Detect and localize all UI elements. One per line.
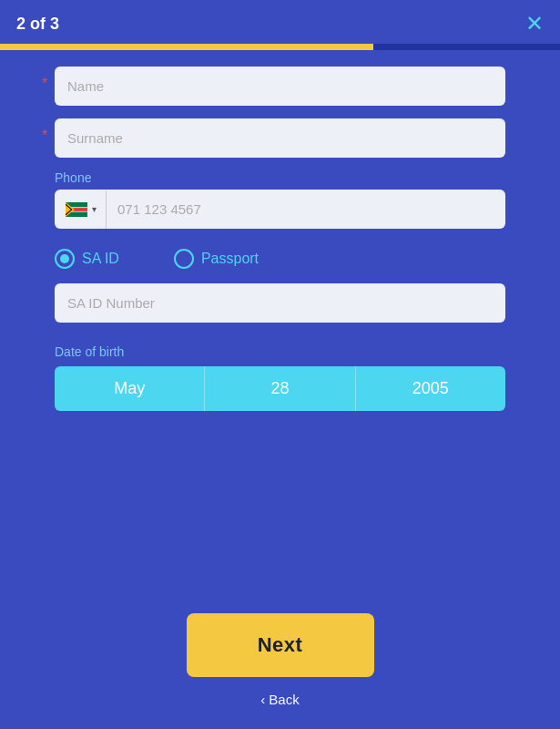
name-field-group: * <box>55 67 505 106</box>
surname-required-star: * <box>42 128 47 144</box>
dob-year[interactable]: 2005 <box>356 366 505 411</box>
surname-input[interactable] <box>55 118 505 158</box>
phone-row: ▾ <box>55 190 505 229</box>
progress-seg-2 <box>187 44 373 50</box>
close-button[interactable]: ✕ <box>525 13 544 35</box>
sa-id-label: SA ID <box>82 251 119 267</box>
dob-section: Date of birth May 28 2005 <box>55 335 505 411</box>
dob-label: Date of birth <box>55 344 505 359</box>
progress-seg-3 <box>373 44 560 50</box>
id-number-field-group <box>55 283 505 323</box>
back-button[interactable]: ‹ Back <box>260 692 299 707</box>
id-number-input[interactable] <box>55 283 505 323</box>
progress-seg-1 <box>0 44 187 50</box>
dob-month[interactable]: May <box>55 366 205 411</box>
back-label: Back <box>269 692 299 707</box>
header: 2 of 3 ✕ <box>0 0 560 35</box>
sa-flag-icon <box>66 202 87 217</box>
passport-radio-option[interactable]: Passport <box>174 249 259 269</box>
form-area: * * Phone <box>0 50 560 597</box>
country-code-button[interactable]: ▾ <box>55 190 107 229</box>
sa-id-radio-button[interactable] <box>55 249 75 269</box>
progress-bar <box>0 44 560 50</box>
phone-field-group: Phone ▾ <box>55 170 505 229</box>
next-button[interactable]: Next <box>187 613 374 677</box>
name-required-star: * <box>42 76 47 92</box>
name-input[interactable] <box>55 67 505 106</box>
bottom-area: Next ‹ Back <box>0 597 560 729</box>
dob-day[interactable]: 28 <box>205 366 355 411</box>
passport-radio-button[interactable] <box>174 249 194 269</box>
step-label: 2 of 3 <box>16 15 59 34</box>
surname-field-group: * <box>55 118 505 158</box>
phone-input[interactable] <box>107 190 505 229</box>
dob-row: May 28 2005 <box>55 366 505 411</box>
id-type-radio-group: SA ID Passport <box>55 249 505 269</box>
back-arrow-icon: ‹ <box>260 692 265 707</box>
sa-id-radio-option[interactable]: SA ID <box>55 249 119 269</box>
phone-label: Phone <box>55 170 505 185</box>
passport-label: Passport <box>201 251 259 267</box>
flag-dropdown-arrow: ▾ <box>92 204 97 214</box>
